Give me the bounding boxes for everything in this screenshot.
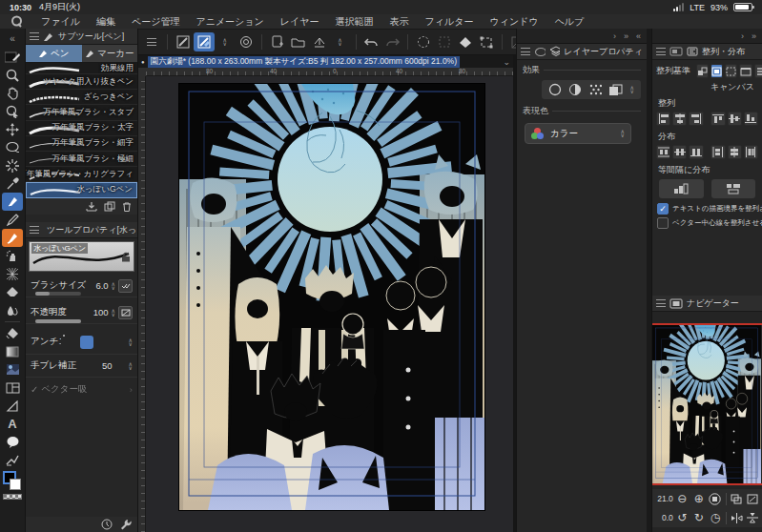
menu-help[interactable]: ヘルプ	[555, 15, 585, 29]
opacity-slider[interactable]	[35, 319, 81, 323]
mode-stepper[interactable]: ∧∨	[215, 32, 236, 51]
text-bounds-checkbox[interactable]: ✓	[657, 203, 669, 215]
align-top-button[interactable]	[711, 112, 725, 126]
layer-property-tab-icon[interactable]	[549, 46, 561, 57]
brush-preview[interactable]: 水っぽいGペン	[29, 241, 134, 272]
brush-size-stepper[interactable]: ∧∨	[112, 282, 115, 290]
wrench-icon[interactable]	[120, 519, 132, 530]
hamburger-menu-icon[interactable]	[141, 32, 162, 51]
distribute-left-button[interactable]	[711, 145, 725, 159]
align-vcenter-button[interactable]	[728, 112, 742, 126]
antialias-weak-button[interactable]	[80, 336, 93, 349]
lock-icon[interactable]	[121, 252, 131, 262]
layer-panel-collapse-all-icon[interactable]: «	[636, 31, 641, 41]
import-subtool-icon[interactable]	[86, 201, 97, 212]
zoom-out-icon[interactable]: ⊖	[675, 491, 690, 507]
gradient-tool-icon[interactable]	[2, 342, 23, 360]
menu-filter[interactable]: フィルター	[425, 15, 474, 29]
zoom-tool-icon[interactable]	[2, 66, 23, 84]
gesture-icon[interactable]	[236, 32, 257, 51]
align-menu-icon[interactable]	[656, 48, 666, 55]
delete-subtool-icon[interactable]	[122, 201, 132, 212]
transparent-color-swatch[interactable]	[3, 494, 22, 500]
export-icon[interactable]	[309, 32, 330, 51]
document-tab[interactable]: ● 園六劇場* (188.00 x 263.00mm 製本サイズ:B5 判 18…	[138, 55, 513, 68]
layer-color-effect-icon[interactable]	[608, 84, 623, 96]
antialias-middle-button[interactable]	[96, 336, 110, 349]
effect-stepper[interactable]: ∧∨	[629, 86, 633, 93]
stabilize-stepper[interactable]: ∧∨	[129, 362, 133, 370]
menu-selection[interactable]: 選択範囲	[336, 15, 374, 29]
redo-icon[interactable]	[381, 32, 402, 51]
menu-page[interactable]: ページ管理	[132, 15, 179, 29]
menu-layer[interactable]: レイヤー	[280, 15, 319, 29]
align-panel-expand-icon[interactable]: »	[752, 31, 756, 41]
quick-access-tab-icon[interactable]	[669, 47, 683, 56]
undo-icon[interactable]	[361, 32, 382, 51]
duplicate-subtool-icon[interactable]	[104, 201, 115, 212]
stabilize-value[interactable]: 50	[102, 360, 113, 371]
subtool-item[interactable]: 万年筆風ブラシ・スタブ	[26, 105, 137, 120]
material-thumbnail-icon[interactable]	[2, 360, 23, 379]
tab-marker[interactable]: マーカー	[82, 45, 138, 62]
border-effect-icon[interactable]	[548, 83, 562, 96]
tab-pen[interactable]: ペン	[26, 45, 82, 62]
subtool-item[interactable]: 万年筆風ブラシ・太字	[26, 121, 137, 136]
layer-panel-expand-all-icon[interactable]: »	[624, 31, 628, 41]
fit-to-screen-icon[interactable]	[729, 491, 743, 507]
operate-tool-icon[interactable]	[2, 102, 23, 120]
layer-property-menu-icon[interactable]	[521, 48, 530, 55]
auto-select-tool-icon[interactable]	[2, 156, 23, 174]
distribute-vcenter-button[interactable]	[672, 145, 687, 159]
basis-selection-button[interactable]	[696, 64, 709, 78]
rotate-left-icon[interactable]: ↺	[675, 510, 690, 526]
vector-centerline-checkbox[interactable]	[657, 217, 669, 229]
new-canvas-icon[interactable]	[267, 32, 288, 51]
even-distribute-v-button[interactable]	[711, 179, 756, 198]
align-basis-value[interactable]: キャンバス	[652, 79, 762, 93]
figure-tool-icon[interactable]	[2, 397, 23, 415]
navigator-thumbnail[interactable]	[652, 325, 761, 483]
distribute-bottom-button[interactable]	[689, 145, 703, 159]
navigator-tab-icon[interactable]	[669, 298, 683, 309]
canvas-page[interactable]	[179, 84, 484, 510]
subtool-item[interactable]: 効果線用	[26, 63, 137, 74]
rotate-right-icon[interactable]: ↻	[691, 510, 706, 526]
canvas-artwork[interactable]	[179, 84, 484, 510]
tone-effect-icon[interactable]	[588, 83, 602, 96]
border-effect2-icon[interactable]	[568, 83, 582, 96]
flip-horizontal-icon[interactable]	[729, 510, 743, 526]
antialias-strong-button[interactable]	[113, 336, 126, 349]
antialias-none-button[interactable]	[64, 336, 77, 349]
layer-search-tab-icon[interactable]	[534, 47, 546, 57]
distribute-right-button[interactable]	[744, 145, 758, 159]
align-hcenter-button[interactable]	[672, 112, 687, 126]
brush-size-dynamics-button[interactable]	[118, 279, 133, 293]
opacity-stepper[interactable]: ∧∨	[112, 309, 115, 317]
fill-tool-icon[interactable]	[2, 324, 23, 342]
subtool-item[interactable]: 万年筆風ブラシ・カリグラフィ	[26, 167, 137, 182]
deselect-icon[interactable]	[413, 32, 434, 51]
subtool-item[interactable]: 万年筆風ブラシ・細字	[26, 136, 137, 152]
antialias-stepper[interactable]: ∧∨	[129, 338, 133, 346]
align-bottom-button[interactable]	[744, 112, 758, 126]
distribute-top-button[interactable]	[656, 145, 670, 159]
expression-color-dropdown[interactable]: カラー ∧∨	[525, 123, 631, 144]
touch-pen-mode-icon[interactable]	[194, 32, 215, 51]
even-distribute-h-button[interactable]	[659, 179, 704, 198]
brush-size-slider[interactable]	[35, 292, 81, 296]
fill-command-icon[interactable]	[455, 32, 476, 51]
subtool-menu-icon[interactable]	[30, 32, 39, 40]
collapse-panel-icon[interactable]: «	[2, 30, 23, 48]
align-panel-collapse-icon[interactable]: ›	[741, 31, 744, 41]
align-tab-icon[interactable]	[687, 47, 698, 56]
reset-all-settings-icon[interactable]	[101, 519, 113, 530]
selection-tool-icon[interactable]	[2, 138, 23, 156]
subtool-item[interactable]: 万年筆風ブラシ・極細	[26, 152, 137, 167]
basis-canvas-button[interactable]	[711, 64, 723, 78]
eraser-tool-icon[interactable]	[2, 283, 23, 301]
flip-vertical-icon[interactable]	[746, 510, 760, 526]
menu-file[interactable]: ファイル	[41, 15, 80, 29]
opacity-dynamics-button[interactable]	[118, 306, 133, 319]
vector-check-icon[interactable]: ✓	[31, 384, 38, 395]
